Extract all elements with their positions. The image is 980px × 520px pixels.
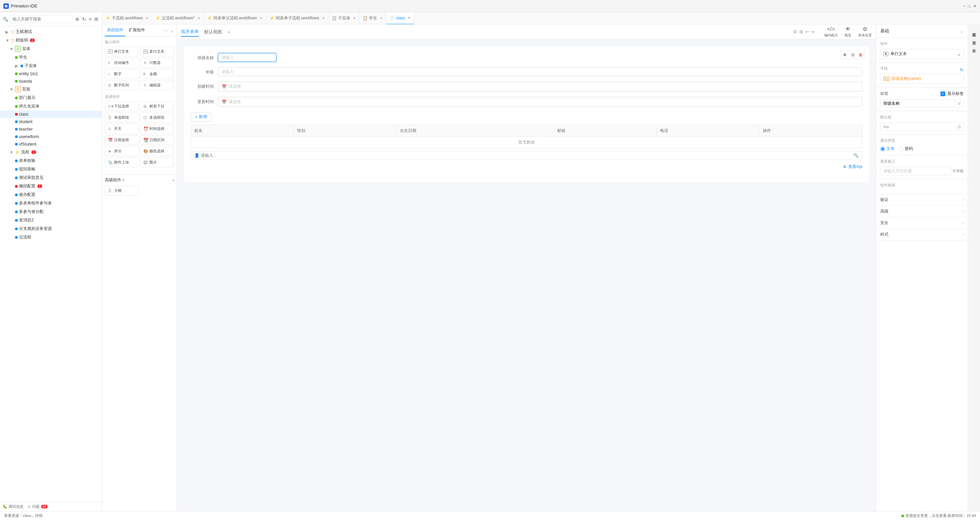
sidebar-tool-3[interactable]: ≡ [88,16,92,22]
comp-money[interactable]: ¥ 金额 [140,69,174,79]
field-settings-button[interactable]: ⚙ [842,51,848,58]
sidebar-tool-1[interactable]: ⊕ [75,16,80,22]
tab-sametable-child[interactable]: ⚡ 同表单子流程.workflowx ✕ [266,12,328,24]
rp-expand-style[interactable]: 样式 › [876,229,968,241]
tree-item-teacher[interactable]: teacher [0,125,102,133]
panel-action-chevron[interactable]: ⌄ [170,28,174,33]
comp-auto-number[interactable]: # 自动编号 [105,58,139,68]
sub-table-add-button[interactable]: + 新增 [191,112,212,121]
maximize-button[interactable]: □ [968,4,970,8]
sidebar-tool-4[interactable]: ⊞ [94,16,99,22]
comp-tree-dropdown[interactable]: ⊞ 树形下拉 [140,101,174,111]
comp-number[interactable]: □ 数字 [105,69,139,79]
tree-item-formvalidate[interactable]: 表单校验 [0,157,102,165]
radio-password[interactable]: 密码 [899,146,913,152]
tree-item-dept[interactable]: 部门展示 [0,94,102,102]
panel-action-dots[interactable]: ⋯ [163,28,168,33]
tab-child-entity[interactable]: 📋 子实体 ✕ [328,12,360,24]
tab-close-button[interactable]: ✕ [197,16,200,20]
advanced-section-header[interactable]: 高级组件 ℹ › [105,177,174,183]
refresh-icon[interactable]: ↻ [960,67,964,73]
field-input-create-time[interactable]: 📅 请选择 [218,82,862,92]
tree-item-sendmsg[interactable]: 发消息2 [0,216,102,225]
field-delete-button[interactable]: 🗑 [857,51,864,58]
comp-outline[interactable]: ☰ 大纲 [105,186,139,195]
tree-item-multiassign[interactable]: 多参与者分配 [0,208,102,216]
comp-editor[interactable]: ✎ 编辑器 [140,80,174,90]
tree-item-persist[interactable]: 持久化实体 [0,102,102,111]
field-input-grade[interactable] [218,67,862,76]
rp-component-select[interactable]: A 单行文本 ⌄ [880,49,964,59]
add-view-button[interactable]: + [228,29,230,35]
rp-expand-validate[interactable]: 验证 › [876,194,968,206]
minimize-button[interactable]: − [963,4,966,8]
tab-system-components[interactable]: 系统组件 [105,24,125,36]
max-input-field[interactable] [880,166,951,176]
tree-item-student[interactable]: 学生 [0,53,102,62]
tree-item-student2[interactable]: student [0,118,102,125]
vtab-offline-resource[interactable]: 离线资源 [970,27,978,33]
tree-item-xfstudent[interactable]: xfStudent [0,141,102,148]
tab-close-button[interactable]: ✕ [322,16,325,20]
rp-field-select[interactable]: Aa 班级名称(name) [880,74,964,84]
preview-button[interactable]: 👁 预览 [845,26,851,38]
undo-icon[interactable]: ↩ [805,29,809,34]
search-input[interactable] [10,15,73,23]
tree-item-child-entity[interactable]: ▶ 子实体 [0,62,102,70]
debug-info-btn[interactable]: 🐛 调试信息 [3,504,24,509]
sidebar-tool-2[interactable]: ↻ [81,16,87,22]
tree-item-approval[interactable]: 测试审批意见 [0,173,102,182]
form-settings-button[interactable]: ⚙ 表单设置 [858,26,872,38]
radio-text[interactable]: 文本 [880,146,894,152]
label-v-button[interactable]: V [956,101,961,105]
tree-item-ssasda[interactable]: ssasda [0,78,102,85]
comp-dropdown[interactable]: ≡▼ 下拉选择 [105,101,139,111]
comp-number-range[interactable]: ⊟ 数字区间 [105,80,139,90]
rp-expand-advanced[interactable]: 高级 › [876,206,968,217]
tree-project-wangbin[interactable]: ▶ ⬡ 王斌测试 [0,27,102,36]
label-input[interactable] [883,101,956,106]
comp-color-picker[interactable]: 🎨 颜色选择 [140,146,174,156]
comp-date-range[interactable]: 📆 日期区间 [140,135,174,145]
vtab-service[interactable]: 服务 [970,44,978,49]
comp-single-text[interactable]: A 单行文本 [105,47,139,57]
right-panel-collapse-button[interactable]: ⌄ [960,29,964,34]
tab-parentprocess[interactable]: ⚡ 父流程.workflowx* ✕ [152,12,204,24]
tab-default-view[interactable]: 默认视图 [204,27,222,36]
comp-radio-group[interactable]: ☰ 单选框组 [105,113,139,122]
tree-section-flow[interactable]: ▼ ⚡ 流程 1 [0,148,102,157]
tree-project-daofan[interactable]: ▼ ⬡ 稻饭弱 1 [0,36,102,44]
comp-rating[interactable]: ★ 评分 [105,146,139,156]
comp-time-picker[interactable]: ⏰ 时间选择 [140,124,174,134]
field-input-update-time[interactable]: 📅 请选择 [218,97,862,107]
field-input-classname[interactable] [218,53,277,62]
comp-image[interactable]: 🖼 图片 [140,157,174,167]
tree-item-branch[interactable]: 分支规则业务资源 [0,225,102,233]
tree-item-entity1to1[interactable]: entity 1to1 [0,70,102,78]
tab-close-button[interactable]: ✕ [380,16,383,20]
comp-date-picker[interactable]: 📅 日期选择 [105,135,139,145]
tree-item-urge[interactable]: 催办配置 [0,190,102,199]
tree-section-page[interactable]: ▼ 页 页面 [0,85,102,94]
tab-sametable-parent[interactable]: ⚡ 同表单父流程.workflowx ✕ [204,12,266,24]
close-button[interactable]: ✕ [973,4,977,8]
tree-section-entity[interactable]: ▼ 实 实体 [0,44,102,53]
show-label-checkbox[interactable] [940,92,945,96]
tab-low-code-form[interactable]: 低开表单 [181,27,199,37]
tab-close-button[interactable]: ✕ [353,16,356,20]
field-copy-button[interactable]: ⊡ [849,51,856,58]
rp-expand-security[interactable]: 安全 › [876,217,968,229]
tree-item-withdraw[interactable]: 撤回配置 1 [0,182,102,190]
tree-item-parent-flow[interactable]: 父流程 [0,233,102,241]
tree-item-class[interactable]: class [0,111,102,118]
tab-student[interactable]: 📋 学生 ✕ [360,12,387,24]
default-d-button[interactable]: D [956,125,961,129]
tree-item-userwlform[interactable]: userwlform [0,133,102,141]
redo-icon[interactable]: ↪ [811,29,815,34]
gear-icon[interactable]: ⚙ [793,29,797,34]
problems-btn[interactable]: ⚠ 问题 68 [27,504,48,509]
view-api-link[interactable]: 👁 查看Api [843,164,862,170]
tab-close-button[interactable]: ✕ [408,16,410,20]
grid-icon[interactable]: ⊞ [799,29,803,34]
tab-close-button[interactable]: ✕ [260,16,262,20]
